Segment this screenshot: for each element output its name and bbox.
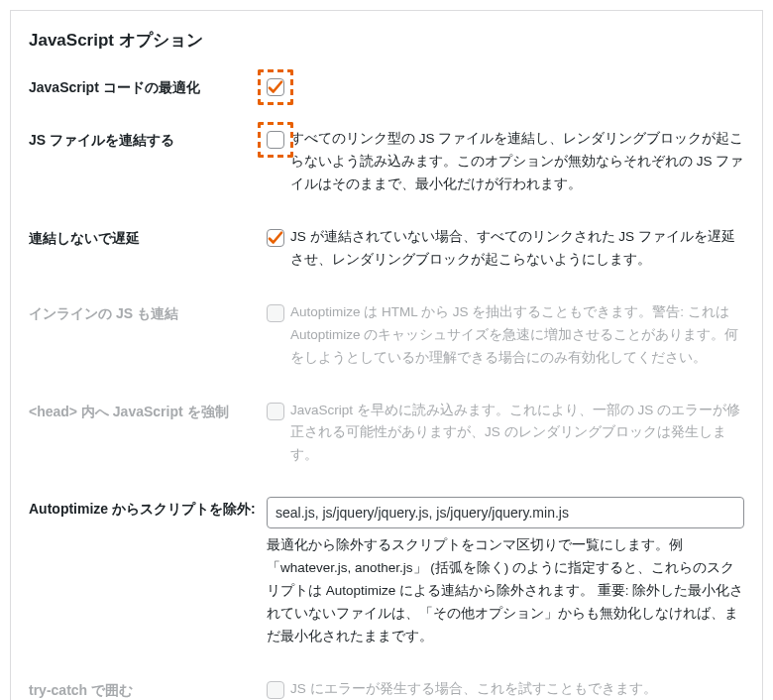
label-exclude-scripts: Autoptimize からスクリプトを除外:	[29, 497, 267, 520]
row-force-head: <head> 内へ JavaScript を強制 JavaScript を早めに…	[29, 400, 744, 468]
label-defer-js: 連結しないで遅延	[29, 226, 267, 249]
field-optimize-js	[267, 75, 744, 96]
exclude-scripts-input[interactable]	[267, 497, 744, 528]
label-inline-js: インラインの JS も連結	[29, 301, 267, 324]
row-exclude-scripts: Autoptimize からスクリプトを除外: 最適化から除外するスクリプトをコ…	[29, 497, 744, 648]
checkbox-inline-js	[267, 304, 284, 322]
field-exclude-scripts: 最適化から除外するスクリプトをコンマ区切りで一覧にします。例「whatever.…	[267, 497, 744, 648]
checkbox-optimize-js[interactable]	[267, 78, 284, 96]
field-aggregate-js: すべてのリンク型の JS ファイルを連結し、レンダリングブロックが起こらないよう…	[267, 128, 744, 196]
field-trycatch: JS にエラーが発生する場合、これを試すこともできます。	[267, 678, 744, 700]
label-aggregate-js: JS ファイルを連結する	[29, 128, 267, 151]
checkbox-defer-js[interactable]	[267, 229, 284, 247]
field-defer-js: JS が連結されていない場合、すべてのリンクされた JS ファイルを遅延させ、レ…	[267, 226, 744, 272]
row-trycatch: try-catch で囲む JS にエラーが発生する場合、これを試すこともできま…	[29, 678, 744, 700]
label-force-head: <head> 内へ JavaScript を強制	[29, 400, 267, 422]
desc-exclude-scripts: 最適化から除外するスクリプトをコンマ区切りで一覧にします。例「whatever.…	[267, 534, 744, 648]
desc-aggregate-js: すべてのリンク型の JS ファイルを連結し、レンダリングブロックが起こらないよう…	[290, 128, 744, 196]
label-optimize-js: JavaScript コードの最適化	[29, 75, 267, 98]
row-defer-js: 連結しないで遅延 JS が連結されていない場合、すべてのリンクされた JS ファ…	[29, 226, 744, 272]
row-aggregate-js: JS ファイルを連結する すべてのリンク型の JS ファイルを連結し、レンダリン…	[29, 128, 744, 196]
desc-trycatch: JS にエラーが発生する場合、これを試すこともできます。	[290, 678, 657, 700]
checkmark-icon	[267, 78, 284, 96]
checkbox-aggregate-js[interactable]	[267, 131, 284, 149]
js-options-panel: JavaScript オプション JavaScript コードの最適化 JS フ…	[10, 10, 763, 700]
desc-inline-js: Autoptimize は HTML から JS を抽出することもできます。警告…	[290, 301, 744, 370]
row-inline-js: インラインの JS も連結 Autoptimize は HTML から JS を…	[29, 301, 744, 370]
checkmark-icon	[267, 229, 284, 247]
label-trycatch: try-catch で囲む	[29, 678, 267, 700]
checkbox-trycatch	[267, 681, 284, 699]
checkbox-force-head	[267, 403, 284, 420]
desc-defer-js: JS が連結されていない場合、すべてのリンクされた JS ファイルを遅延させ、レ…	[290, 226, 744, 272]
field-inline-js: Autoptimize は HTML から JS を抽出することもできます。警告…	[267, 301, 744, 370]
field-force-head: JavaScript を早めに読み込みます。これにより、一部の JS のエラーが…	[267, 400, 744, 468]
desc-force-head: JavaScript を早めに読み込みます。これにより、一部の JS のエラーが…	[290, 400, 744, 468]
section-title: JavaScript オプション	[29, 29, 744, 52]
row-optimize-js: JavaScript コードの最適化	[29, 75, 744, 98]
